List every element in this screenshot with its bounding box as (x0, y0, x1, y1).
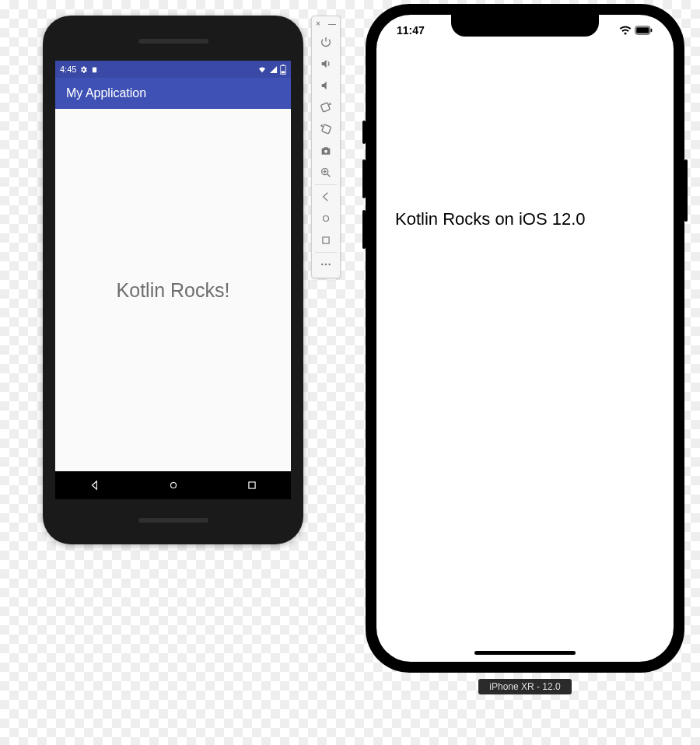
battery-card-icon (91, 65, 98, 74)
svg-point-8 (324, 150, 327, 153)
ios-power-button (684, 159, 688, 222)
svg-rect-11 (323, 237, 329, 243)
emulator-close-button[interactable]: × (316, 19, 320, 28)
android-emulator-frame: 4:45 My Applicati (43, 16, 303, 544)
ios-notch (451, 15, 599, 37)
svg-rect-5 (248, 482, 254, 488)
zoom-icon[interactable] (314, 163, 338, 183)
overview-icon[interactable] (314, 230, 338, 250)
rotate-left-icon[interactable] (314, 97, 338, 117)
more-icon[interactable] (314, 254, 338, 275)
rotate-right-icon[interactable] (314, 119, 338, 139)
emulator-toolbar: × — (311, 16, 341, 278)
svg-rect-16 (636, 27, 649, 33)
nav-home-icon[interactable] (168, 480, 179, 491)
signal-icon (269, 65, 278, 74)
android-app-title: My Application (66, 86, 146, 100)
svg-point-13 (325, 264, 327, 265)
nav-recent-icon[interactable] (247, 480, 257, 491)
android-screen: 4:45 My Applicati (55, 61, 291, 499)
back-icon[interactable] (314, 187, 338, 207)
ios-statusbar-time: 11:47 (397, 24, 425, 37)
svg-rect-2 (282, 65, 285, 65)
svg-point-12 (321, 264, 323, 265)
home-icon[interactable] (314, 208, 338, 229)
svg-rect-3 (282, 71, 285, 73)
ios-volume-down-button (362, 210, 366, 249)
camera-icon[interactable] (314, 141, 338, 161)
android-earpiece (138, 39, 208, 44)
toolbar-divider (315, 184, 338, 185)
wifi-icon (619, 26, 632, 35)
svg-rect-7 (322, 124, 331, 134)
gear-icon (79, 65, 88, 74)
ios-simulator: 11:47 Kotlin Rocks on iOS 12.0 iPhone XR… (366, 4, 684, 694)
svg-point-14 (328, 264, 330, 265)
volume-up-icon[interactable] (314, 54, 338, 74)
ios-device-label: iPhone XR - 12.0 (478, 679, 572, 694)
android-app-content: Kotlin Rocks! (55, 109, 291, 471)
volume-down-icon[interactable] (314, 75, 338, 96)
toolbar-divider (315, 252, 338, 253)
ios-device-frame: 11:47 Kotlin Rocks on iOS 12.0 (366, 4, 684, 673)
svg-rect-6 (320, 103, 330, 112)
svg-point-10 (324, 216, 329, 222)
android-navbar (55, 471, 291, 499)
android-bottom-speaker (138, 518, 208, 523)
ios-volume-up-button (362, 159, 366, 198)
ios-message-text: Kotlin Rocks on iOS 12.0 (395, 209, 586, 229)
battery-icon (635, 26, 653, 35)
svg-rect-17 (651, 29, 653, 32)
svg-point-4 (170, 483, 176, 488)
android-message-text: Kotlin Rocks! (117, 279, 230, 302)
nav-back-icon[interactable] (89, 480, 100, 491)
emulator-minimize-button[interactable]: — (328, 19, 336, 28)
ios-silence-switch (362, 121, 366, 144)
ios-app-content: Kotlin Rocks on iOS 12.0 (376, 209, 674, 229)
power-icon[interactable] (314, 32, 338, 52)
wifi-icon (257, 65, 267, 74)
android-statusbar: 4:45 (55, 61, 291, 78)
ios-home-indicator[interactable] (474, 651, 576, 655)
ios-screen: 11:47 Kotlin Rocks on iOS 12.0 (376, 15, 674, 662)
svg-rect-0 (93, 67, 96, 72)
android-appbar: My Application (55, 78, 291, 109)
android-statusbar-time: 4:45 (60, 65, 76, 74)
battery-icon (280, 65, 286, 75)
